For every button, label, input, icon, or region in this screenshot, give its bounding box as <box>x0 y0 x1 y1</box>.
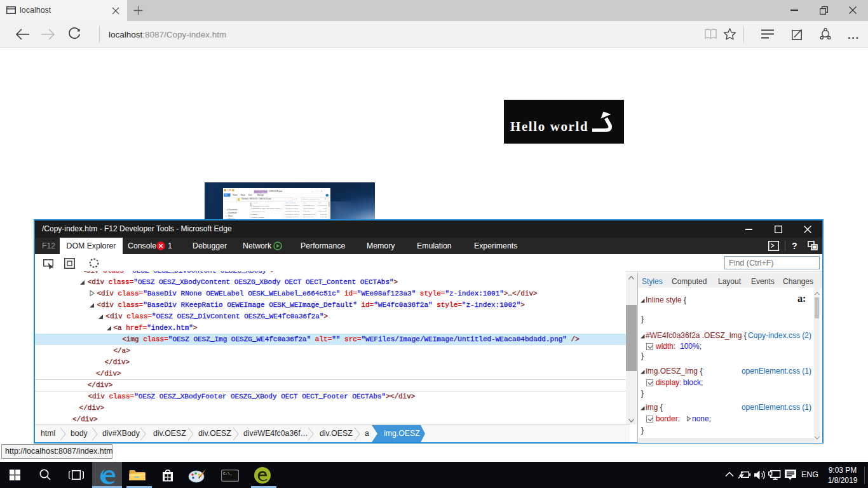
svg-text:C:\_: C:\_ <box>223 471 233 476</box>
